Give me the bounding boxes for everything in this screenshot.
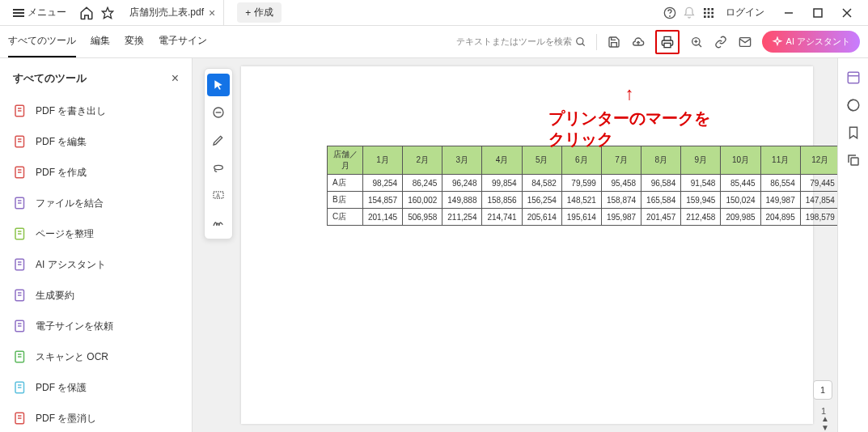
titlebar-right: ログイン bbox=[663, 0, 868, 26]
mail-icon[interactable] bbox=[738, 35, 752, 49]
sidebar-item[interactable]: PDF を書き出し bbox=[0, 95, 192, 126]
sidebar-item[interactable]: PDF を作成 bbox=[0, 157, 192, 188]
tool-icon bbox=[13, 104, 28, 118]
sidebar-item-label: スキャンと OCR bbox=[36, 350, 108, 364]
star-icon[interactable] bbox=[100, 6, 115, 20]
sidebar-item-label: ページを整理 bbox=[36, 227, 94, 241]
maximize-button[interactable] bbox=[803, 0, 832, 26]
help-icon[interactable] bbox=[663, 6, 677, 20]
tool-icon bbox=[13, 196, 28, 210]
annotation-line1: プリンターのマークを bbox=[548, 108, 710, 129]
signature-tool-icon[interactable] bbox=[207, 211, 230, 234]
svg-marker-0 bbox=[102, 7, 112, 18]
tab-close-icon[interactable]: × bbox=[209, 7, 215, 19]
sidebar-item-label: AI アシスタント bbox=[36, 258, 106, 272]
panel-icon-2[interactable] bbox=[845, 97, 862, 113]
print-icon[interactable] bbox=[660, 35, 675, 49]
hamburger-icon bbox=[13, 9, 24, 17]
tab-convert[interactable]: 変換 bbox=[125, 26, 144, 57]
bell-icon[interactable] bbox=[682, 6, 697, 20]
panel-icon-1[interactable] bbox=[845, 70, 862, 86]
tab-esign[interactable]: 電子サイン bbox=[159, 26, 207, 57]
sidebar-item[interactable]: PDF を保護 bbox=[0, 372, 192, 403]
arrow-up-icon: ↑ bbox=[548, 83, 710, 106]
select-tool-icon[interactable] bbox=[207, 74, 230, 96]
new-tab-label: 作成 bbox=[254, 6, 273, 19]
new-tab-button[interactable]: + 作成 bbox=[237, 2, 282, 23]
tool-icon bbox=[13, 165, 28, 180]
search-box[interactable]: テキストまたはツールを検索 bbox=[456, 36, 586, 48]
sidebar-item[interactable]: 生成要約 bbox=[0, 280, 192, 311]
lasso-tool-icon[interactable] bbox=[207, 156, 230, 179]
sidebar-item[interactable]: PDF を編集 bbox=[0, 126, 192, 157]
login-button[interactable]: ログイン bbox=[726, 6, 764, 19]
ai-assistant-button[interactable]: AI アシスタント bbox=[762, 31, 860, 53]
link-icon[interactable] bbox=[713, 35, 728, 49]
tool-icon bbox=[13, 411, 28, 426]
toolbar-tabs: すべてのツール 編集 変換 電子サイン bbox=[8, 26, 207, 57]
main-toolbar: すべてのツール 編集 変換 電子サイン テキストまたはツールを検索 AI アシス… bbox=[0, 26, 868, 58]
search-placeholder: テキストまたはツールを検索 bbox=[456, 36, 572, 48]
svg-text:A: A bbox=[216, 193, 220, 198]
sidebar-item[interactable]: スキャンと OCR bbox=[0, 341, 192, 372]
sidebar-close-icon[interactable]: × bbox=[171, 71, 179, 86]
svg-rect-5 bbox=[711, 8, 713, 11]
bookmark-icon[interactable] bbox=[845, 125, 862, 141]
comment-tool-icon[interactable] bbox=[207, 101, 230, 124]
titlebar: メニュー 店舗別売上表.pdf × + 作成 ログイン bbox=[0, 0, 868, 26]
sidebar-item[interactable]: PDF を墨消し bbox=[0, 403, 192, 432]
draw-tool-icon[interactable] bbox=[207, 129, 230, 151]
svg-rect-11 bbox=[711, 15, 713, 18]
svg-rect-4 bbox=[708, 8, 710, 11]
ai-label: AI アシスタント bbox=[786, 36, 850, 48]
sidebar-item[interactable]: 電子サインを依頼 bbox=[0, 311, 192, 341]
document-tab[interactable]: 店舗別売上表.pdf × bbox=[121, 0, 224, 26]
scroll-arrows[interactable]: ▲▼ bbox=[821, 414, 829, 432]
tab-title: 店舗別売上表.pdf bbox=[129, 6, 204, 19]
sidebar-item-label: ファイルを結合 bbox=[36, 197, 104, 210]
tool-icon bbox=[13, 288, 28, 303]
svg-rect-3 bbox=[704, 8, 706, 11]
sidebar-item-label: PDF を作成 bbox=[36, 166, 87, 180]
divider bbox=[596, 34, 597, 50]
right-rail bbox=[837, 58, 868, 432]
textbox-tool-icon[interactable]: A bbox=[207, 184, 230, 206]
tool-icon bbox=[13, 257, 28, 272]
svg-line-17 bbox=[582, 43, 584, 45]
search-icon bbox=[575, 36, 586, 48]
tool-icon bbox=[13, 319, 28, 333]
titlebar-left: メニュー 店舗別売上表.pdf × + 作成 bbox=[0, 0, 282, 26]
svg-rect-10 bbox=[708, 15, 710, 18]
save-icon[interactable] bbox=[607, 35, 621, 49]
home-icon[interactable] bbox=[79, 6, 94, 20]
sales-table: 店舗／月1月2月3月4月5月6月7月8月9月10月11月12月A店98,2548… bbox=[327, 146, 837, 226]
svg-point-2 bbox=[670, 15, 671, 16]
apps-icon[interactable] bbox=[701, 6, 716, 20]
tab-all-tools[interactable]: すべてのツール bbox=[8, 26, 76, 57]
pdf-page: 店舗／月1月2月3月4月5月6月7月8月9月10月11月12月A店98,2548… bbox=[241, 66, 813, 424]
copy-icon[interactable] bbox=[845, 152, 862, 168]
svg-rect-7 bbox=[708, 11, 710, 14]
svg-line-21 bbox=[698, 44, 701, 46]
find-icon[interactable] bbox=[689, 35, 704, 49]
main-area: すべてのツール × PDF を書き出しPDF を編集PDF を作成ファイルを結合… bbox=[0, 58, 868, 432]
sidebar-item-label: PDF を墨消し bbox=[36, 412, 96, 426]
svg-rect-6 bbox=[704, 11, 706, 14]
sidebar-item[interactable]: AI アシスタント bbox=[0, 249, 192, 280]
page-current-input[interactable]: 1 bbox=[813, 380, 832, 400]
cloud-icon[interactable] bbox=[631, 35, 646, 49]
annotation-line2: クリック bbox=[548, 129, 710, 150]
svg-rect-9 bbox=[704, 15, 706, 18]
sidebar-item[interactable]: ファイルを結合 bbox=[0, 188, 192, 218]
tab-edit[interactable]: 編集 bbox=[91, 26, 110, 57]
minimize-button[interactable] bbox=[774, 0, 803, 26]
sidebar-item-label: PDF を書き出し bbox=[36, 104, 106, 118]
menu-label: メニュー bbox=[28, 6, 66, 19]
menu-button[interactable]: メニュー bbox=[6, 2, 73, 23]
sidebar-item[interactable]: ページを整理 bbox=[0, 218, 192, 249]
tool-icon bbox=[13, 380, 28, 395]
svg-rect-19 bbox=[664, 43, 671, 47]
floating-toolbar: A bbox=[204, 68, 233, 239]
plus-icon: + bbox=[245, 7, 251, 19]
close-button[interactable] bbox=[832, 0, 862, 26]
